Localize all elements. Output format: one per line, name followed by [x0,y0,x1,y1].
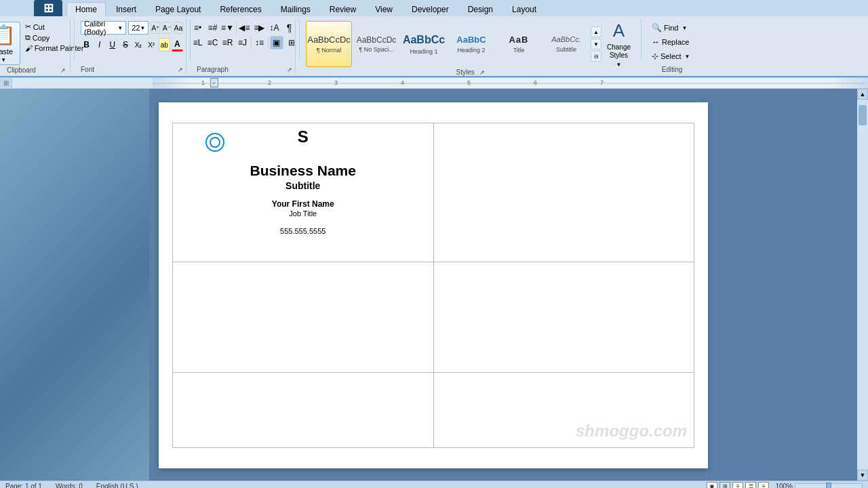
tab-developer[interactable]: Developer [403,2,458,16]
paste-icon: 📋 [0,24,16,46]
align-right-button[interactable]: ≡R [221,36,235,49]
card-cell-bottom-left[interactable] [173,373,434,448]
justify-button[interactable]: ≡J [236,36,250,49]
card-cell-bottom-right[interactable]: shmoggo.com [433,373,694,448]
format-painter-label: Format Painter [35,44,84,52]
tab-design[interactable]: Design [459,2,502,16]
sort-button[interactable]: ↕A [268,21,281,35]
find-button[interactable]: 🔍 Find ▼ [649,22,695,34]
ruler-marker-3: 3 [334,79,338,86]
font-color-button[interactable]: A [172,38,183,52]
para-expand-icon[interactable]: ↗ [287,66,292,73]
format-painter-button[interactable]: 🖌 Format Painter [23,43,86,53]
card-s-letter: S [298,127,309,146]
tab-references[interactable]: References [211,2,270,16]
tab-layout[interactable]: Layout [503,2,545,16]
find-label: Find [664,24,678,32]
change-styles-button[interactable]: A ChangeStyles ▼ [603,21,635,67]
font-grow-button[interactable]: A⁺ [151,22,160,34]
scroll-thumb[interactable] [859,105,867,125]
para-row-2: ≡L ≡C ≡R ≡J ↕≡ ▣ ⊞ [191,36,298,49]
card-cell-main[interactable]: S Business Name Subtitle Your First Name… [173,123,434,262]
scroll-down-button[interactable]: ▼ [857,470,868,481]
style-title[interactable]: AaB Title [496,21,542,67]
cut-label: Cut [33,23,45,31]
style-subtitle[interactable]: AaBbCc. Subtitle [543,21,589,67]
web-layout-button[interactable]: ≡ [732,482,743,489]
shading-button[interactable]: ▣ [270,36,283,49]
select-button[interactable]: ⊹ Select ▼ [649,50,695,62]
paste-button[interactable]: 📋 Paste ▼ [0,22,20,65]
highlight-button[interactable]: ab [159,38,170,52]
superscript-button[interactable]: X² [146,38,157,52]
card-cell-middle-right[interactable] [433,262,694,373]
style-normal[interactable]: AaBbCcDc ¶ Normal [306,21,352,67]
style-title-label: Title [513,47,525,54]
draft-button[interactable]: ≡ [758,482,769,489]
italic-button[interactable]: I [94,38,105,52]
style-heading2[interactable]: AaBbC Heading 2 [448,21,494,67]
card-cell-middle-left[interactable] [173,262,434,373]
clipboard-content: 📋 Paste ▼ ✂ Cut ⧉ Copy 🖌 Format P [0,19,85,65]
strikethrough-button[interactable]: S [119,38,131,52]
subscript-button[interactable]: X₂ [133,38,144,52]
style-h2-label: Heading 2 [457,47,485,54]
tab-page-layout[interactable]: Page Layout [146,2,210,16]
font-expand-icon[interactable]: ↗ [178,66,183,73]
card-row-2 [173,262,694,373]
styles-scroll-open[interactable]: ⊟ [591,51,601,62]
multilevel-button[interactable]: ≡▼ [221,21,235,35]
ruler-corner-button[interactable]: ⊞ [0,78,12,89]
change-case-button[interactable]: Aa [174,22,183,34]
style-heading1[interactable]: AaBbCc Heading 1 [401,21,447,67]
office-logo: ⊞ [43,1,54,16]
styles-scroll-up[interactable]: ▲ [591,26,601,37]
indent-less-button[interactable]: ◀≡ [238,21,252,35]
bullets-button[interactable]: ≡• [191,21,205,35]
tab-stop-indicator[interactable]: ⌐ [210,78,218,87]
bold-button[interactable]: B [81,38,92,52]
zoom-slider[interactable] [795,483,863,489]
page-container[interactable]: S Business Name Subtitle Your First Name… [9,89,857,481]
indent-more-button[interactable]: ≡▶ [253,21,267,35]
tab-home[interactable]: Home [66,2,106,16]
font-group: Calibri (Body) ▼ 22 ▼ A⁺ A⁻ Aa B I U S [78,19,186,73]
style-no-spacing[interactable]: AaBbCcDc ¶ No Spaci... [353,21,399,67]
borders-button[interactable]: ⊞ [285,36,298,49]
office-button[interactable]: ⊞ [34,0,62,16]
copy-label: Copy [33,34,50,42]
scroll-up-button[interactable]: ▲ [857,89,868,100]
tab-insert[interactable]: Insert [107,2,145,16]
card-row-1: S Business Name Subtitle Your First Name… [173,123,694,262]
font-shrink-button[interactable]: A⁻ [162,22,172,34]
tab-bar: ⊞ Home Insert Page Layout References Mai… [0,0,868,16]
cut-button[interactable]: ✂ Cut [23,22,86,32]
font-size-dropdown[interactable]: 22 ▼ [128,21,149,35]
styles-group-label: Styles ↗ [306,68,635,76]
underline-button[interactable]: U [106,38,118,52]
styles-scroll-down[interactable]: ▼ [591,39,601,49]
print-layout-button[interactable]: ▣ [707,482,717,489]
ruler-marker-6: 6 [534,79,537,86]
font-family-dropdown[interactable]: Calibri (Body) ▼ [81,21,126,35]
clipboard-group-label: Clipboard ↗ [7,66,66,74]
card-job-title: Job Title [180,209,427,218]
line-spacing-button[interactable]: ↕≡ [253,36,267,49]
full-screen-button[interactable]: ⊞ [719,482,730,489]
outline-button[interactable]: ☰ [745,482,756,489]
clipboard-expand-icon[interactable]: ↗ [60,67,66,74]
replace-button[interactable]: ↔ Replace [649,36,695,48]
show-marks-button[interactable]: ¶ [283,21,296,35]
tab-mailings[interactable]: Mailings [272,2,319,16]
numbering-button[interactable]: ≡# [206,21,220,35]
align-center-button[interactable]: ≡C [206,36,220,49]
divider-1 [74,19,75,60]
align-left-button[interactable]: ≡L [191,36,205,49]
cut-icon: ✂ [25,22,31,31]
copy-button[interactable]: ⧉ Copy [23,33,86,43]
card-row-3: shmoggo.com [173,373,694,448]
card-cell-top-right[interactable] [433,123,694,262]
tab-review[interactable]: Review [321,2,365,16]
styles-expand-icon[interactable]: ↗ [479,69,485,76]
tab-view[interactable]: View [366,2,401,16]
